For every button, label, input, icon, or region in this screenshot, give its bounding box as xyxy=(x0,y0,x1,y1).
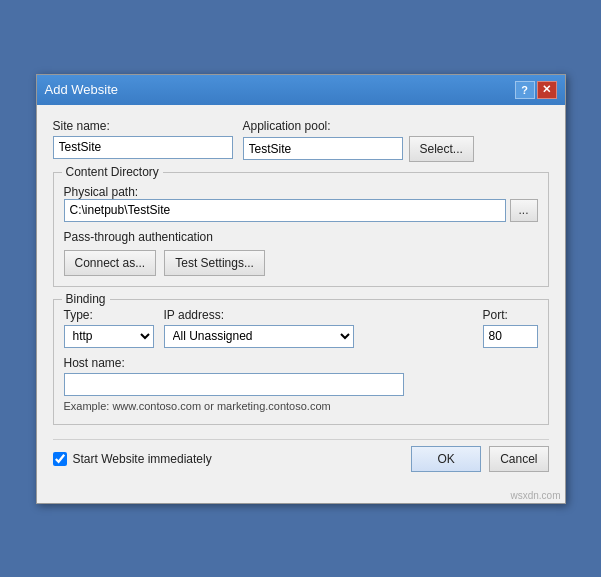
cancel-button[interactable]: Cancel xyxy=(489,446,548,472)
physical-path-label: Physical path: xyxy=(64,185,139,199)
app-pool-label: Application pool: xyxy=(243,119,474,133)
add-website-dialog: Add Website ? ✕ Site name: Application p… xyxy=(36,74,566,504)
site-app-row: Site name: Application pool: Select... xyxy=(53,119,549,162)
site-name-label: Site name: xyxy=(53,119,233,133)
port-group: Port: xyxy=(483,308,538,348)
site-name-group: Site name: xyxy=(53,119,233,159)
close-button[interactable]: ✕ xyxy=(537,81,557,99)
ip-select[interactable]: All Unassigned xyxy=(164,325,354,348)
app-pool-group: Application pool: Select... xyxy=(243,119,474,162)
content-directory-group: Content Directory Physical path: ... Pas… xyxy=(53,172,549,287)
browse-button[interactable]: ... xyxy=(510,199,538,222)
start-website-checkbox[interactable] xyxy=(53,452,67,466)
port-label: Port: xyxy=(483,308,538,322)
connect-as-button[interactable]: Connect as... xyxy=(64,250,157,276)
app-pool-input[interactable] xyxy=(243,137,403,160)
dialog-body: Site name: Application pool: Select... C… xyxy=(37,105,565,488)
select-button[interactable]: Select... xyxy=(409,136,474,162)
example-text: Example: www.contoso.com or marketing.co… xyxy=(64,400,538,412)
binding-group: Binding Type: http https IP address: All… xyxy=(53,299,549,425)
dialog-title: Add Website xyxy=(45,82,118,97)
host-name-input[interactable] xyxy=(64,373,404,396)
binding-label: Binding xyxy=(62,292,110,306)
start-website-row: Start Website immediately xyxy=(53,452,212,466)
type-select[interactable]: http https xyxy=(64,325,154,348)
help-button[interactable]: ? xyxy=(515,81,535,99)
physical-path-input[interactable] xyxy=(64,199,506,222)
port-input[interactable] xyxy=(483,325,538,348)
title-bar-buttons: ? ✕ xyxy=(515,81,557,99)
content-directory-label: Content Directory xyxy=(62,165,163,179)
footer-row: Start Website immediately OK Cancel xyxy=(53,439,549,476)
start-website-label: Start Website immediately xyxy=(73,452,212,466)
host-name-group: Host name: xyxy=(64,356,538,396)
ip-label: IP address: xyxy=(164,308,473,322)
dialog-buttons: OK Cancel xyxy=(411,446,548,472)
ok-button[interactable]: OK xyxy=(411,446,481,472)
type-group: Type: http https xyxy=(64,308,154,348)
binding-type-ip-port-row: Type: http https IP address: All Unassig… xyxy=(64,308,538,348)
path-row: ... xyxy=(64,199,538,222)
title-bar: Add Website ? ✕ xyxy=(37,75,565,105)
test-settings-button[interactable]: Test Settings... xyxy=(164,250,265,276)
type-label: Type: xyxy=(64,308,154,322)
pass-through-label: Pass-through authentication xyxy=(64,230,538,244)
ip-group: IP address: All Unassigned xyxy=(164,308,473,348)
auth-action-row: Connect as... Test Settings... xyxy=(64,250,538,276)
host-name-label: Host name: xyxy=(64,356,538,370)
site-name-input[interactable] xyxy=(53,136,233,159)
watermark: wsxdn.com xyxy=(37,488,565,503)
